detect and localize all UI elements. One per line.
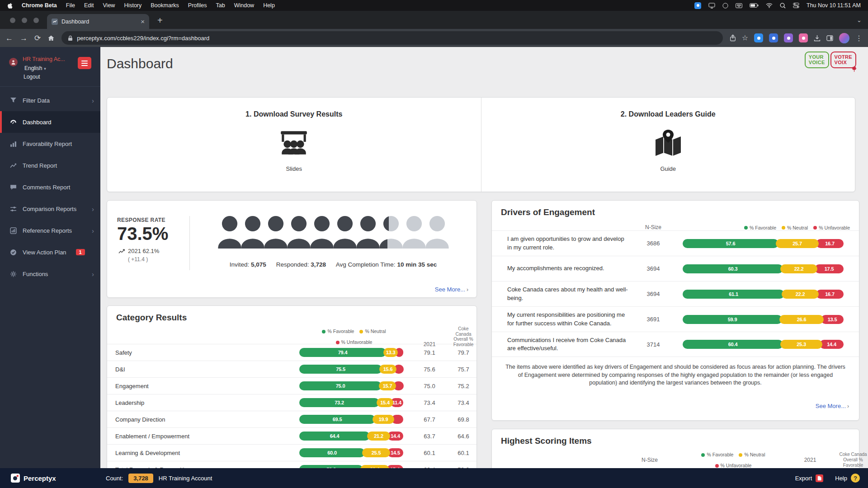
highest-table-header: N-Size % Favorable% Neutral % Unfavorabl…: [492, 449, 859, 468]
your-voice-text: YOURVOICE: [805, 52, 829, 68]
download-survey-results[interactable]: 1. Download Survey Results Slides: [107, 98, 481, 192]
menu-file[interactable]: File: [66, 2, 75, 9]
category-row: Company Direction69.519.967.769.8: [107, 411, 476, 427]
help-label[interactable]: Help: [835, 475, 847, 482]
menu-bookmarks[interactable]: Bookmarks: [151, 2, 179, 9]
drivers-table-header: N-Size % Favorable % Neutral % Unfavorab…: [492, 221, 859, 230]
downloads-icon[interactable]: [814, 35, 821, 42]
value-2021: 67.7: [412, 416, 447, 423]
browser-menu-icon[interactable]: ⋮: [855, 34, 863, 42]
do-not-disturb-icon[interactable]: [722, 3, 728, 9]
guide-map-icon[interactable]: [651, 127, 685, 160]
dashboard-icon: [10, 119, 17, 126]
sidebar-item-trend-report[interactable]: Trend Report: [0, 155, 100, 176]
back-button[interactable]: ←: [5, 34, 13, 42]
share-icon[interactable]: [730, 34, 736, 42]
wifi-icon[interactable]: [766, 3, 773, 8]
sidebar-item-reference-reports[interactable]: Reference Reports›: [0, 220, 100, 241]
neutral-dot-icon: [782, 226, 785, 230]
menu-profiles[interactable]: Profiles: [188, 2, 207, 9]
sidebar-item-view-action-plan[interactable]: View Action Plan1: [0, 241, 100, 263]
user-avatar-icon: [9, 58, 18, 66]
menu-edit[interactable]: Edit: [84, 2, 94, 9]
profile-avatar[interactable]: [839, 33, 849, 43]
browser-tab-strip: Dashboard × + ⌄: [0, 11, 868, 29]
apple-logo-icon[interactable]: [7, 2, 13, 9]
new-tab-button[interactable]: +: [157, 16, 163, 25]
export-button[interactable]: Export: [795, 475, 812, 482]
tab-close-icon[interactable]: ×: [141, 18, 145, 25]
driver-row: Communications I receive from Coke Canad…: [492, 332, 859, 357]
chevron-right-icon: ›: [92, 270, 94, 278]
value-coke-overall: 69.8: [450, 416, 476, 423]
sidebar-item-dashboard[interactable]: Dashboard: [0, 111, 100, 133]
chevron-right-icon: ›: [847, 403, 849, 409]
chart-legend: % Favorable% Neutral % Unfavorable: [299, 326, 409, 347]
menu-tab[interactable]: Tab: [216, 2, 225, 9]
help-icon[interactable]: ?: [851, 474, 860, 483]
sidebar-item-comparison-reports[interactable]: Comparison Reports›: [0, 198, 100, 220]
your-voice-logo: YOURVOICE VOTREVOIX: [805, 52, 856, 68]
menubar-clock[interactable]: Thu Nov 10 11:51 AM: [807, 2, 861, 9]
control-center-icon[interactable]: [793, 3, 799, 8]
driver-n-size: 3686: [633, 240, 674, 247]
bar-segment-neutral: 19.9: [373, 415, 394, 424]
bar-segment-unfavorable: 15.4: [387, 465, 403, 468]
extension-icon[interactable]: [769, 33, 778, 42]
neutral-dot-icon: [359, 330, 363, 333]
download-leaders-guide[interactable]: 2. Download Leaders Guide Guide: [481, 98, 855, 192]
battery-icon[interactable]: [750, 3, 759, 8]
extension-icon[interactable]: [784, 33, 793, 42]
bar-segment-neutral: 25.5: [362, 448, 390, 457]
stacked-bar: 69.519.9: [299, 415, 409, 424]
category-row: D&I75.515.675.675.7: [107, 361, 476, 377]
menu-view[interactable]: View: [103, 2, 115, 9]
chevron-right-icon: ›: [92, 97, 94, 104]
bar-segment-favorable: 73.2: [299, 398, 379, 407]
menu-help[interactable]: Help: [263, 2, 275, 9]
sidebar-item-favorability-report[interactable]: Favorability Report: [0, 133, 100, 155]
chevron-right-icon: ›: [92, 205, 94, 213]
bar-segment-favorable: 75.0: [299, 381, 382, 390]
sidebar-item-filter-data[interactable]: Filter Data›: [0, 89, 100, 111]
extension-icon[interactable]: [799, 33, 808, 42]
side-panel-icon[interactable]: [826, 35, 833, 41]
maximize-window-button[interactable]: [33, 18, 39, 23]
sidebar-item-label: View Action Plan: [23, 249, 66, 256]
menubar-app-name[interactable]: Chrome Beta: [22, 2, 57, 9]
sidebar-item-functions[interactable]: Functions›: [0, 263, 100, 285]
forward-button[interactable]: →: [20, 34, 28, 42]
tab-search-icon[interactable]: ⌄: [857, 17, 862, 23]
browser-tab[interactable]: Dashboard ×: [47, 14, 149, 29]
bar-cell: 57.625.716.7: [683, 239, 853, 248]
slides-icon[interactable]: [277, 127, 311, 160]
menu-window[interactable]: Window: [234, 2, 254, 9]
export-file-icon[interactable]: [816, 474, 823, 482]
bar-segment-unfavorable: 14.4: [820, 340, 844, 349]
camera-app-icon[interactable]: [694, 2, 701, 9]
keyboard-icon[interactable]: [736, 3, 742, 8]
menu-history[interactable]: History: [124, 2, 142, 9]
close-window-button[interactable]: [10, 18, 15, 23]
driver-n-size: 3694: [633, 291, 674, 297]
minimize-window-button[interactable]: [22, 18, 27, 23]
screen-mirroring-icon[interactable]: [708, 3, 715, 9]
chevron-right-icon: ›: [92, 227, 94, 235]
filter-icon: [10, 97, 17, 104]
reload-button[interactable]: ⟳: [34, 34, 41, 42]
bookmark-star-icon[interactable]: ☆: [742, 34, 748, 42]
address-bar[interactable]: perceptyx.com/ccbles229/index.cgi?rm=das…: [61, 31, 722, 45]
sidebar-item-comments-report[interactable]: Comments Report: [0, 176, 100, 198]
category-results-card: Category Results % Favorable% Neutral % …: [107, 305, 477, 468]
comments-icon: [10, 184, 17, 191]
account-name[interactable]: HR Training Ac...: [23, 56, 68, 62]
bar-cell: 79.413.3: [299, 348, 409, 357]
spotlight-icon[interactable]: [780, 3, 786, 9]
menu-toggle-button[interactable]: [78, 57, 91, 69]
see-more-link[interactable]: See More...›: [435, 286, 468, 293]
home-button[interactable]: [47, 35, 55, 42]
bar-cell: 73.215.411.4: [299, 398, 409, 407]
see-more-link[interactable]: See More...›: [816, 403, 849, 409]
logout-link[interactable]: Logout: [24, 74, 93, 80]
extension-icon[interactable]: [754, 33, 763, 42]
